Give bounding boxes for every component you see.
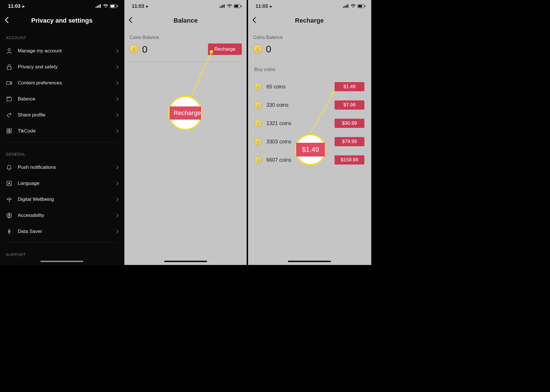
svg-rect-22	[224, 4, 225, 8]
svg-rect-14	[7, 131, 9, 133]
svg-rect-10	[7, 82, 10, 84]
wallet-icon	[6, 96, 13, 102]
svg-rect-25	[241, 5, 242, 7]
settings-item-manage-account[interactable]: Manage my account	[0, 43, 124, 59]
settings-item-label: Data Saver	[18, 229, 110, 234]
battery-icon	[110, 4, 118, 8]
price-button[interactable]: $159.99	[335, 155, 364, 165]
qrcode-icon	[6, 128, 13, 134]
coin-package[interactable]: 1321 coins $30.99	[247, 114, 371, 132]
svg-rect-9	[7, 67, 11, 70]
callout-label: Recharge	[170, 106, 201, 120]
chevron-right-icon	[115, 197, 119, 201]
svg-rect-16	[7, 181, 11, 186]
coin-package[interactable]: 65 coins $1.49	[247, 78, 371, 96]
location-icon: ➤	[22, 4, 25, 9]
svg-rect-29	[346, 5, 347, 8]
svg-rect-33	[365, 5, 366, 7]
coin-icon	[254, 120, 262, 127]
settings-item-content-prefs[interactable]: Content preferences	[0, 75, 124, 91]
coin-package[interactable]: 330 coins $7.99	[247, 96, 371, 114]
chevron-right-icon	[115, 81, 119, 85]
coin-icon	[253, 45, 262, 54]
back-button[interactable]	[5, 16, 9, 25]
language-icon	[6, 180, 13, 187]
price-button[interactable]: $1.49	[335, 82, 364, 91]
svg-rect-15	[10, 132, 11, 133]
svg-rect-34	[358, 5, 362, 7]
callout-label: $1.49	[296, 143, 325, 157]
home-indicator	[288, 261, 331, 262]
data-saver-icon	[6, 228, 13, 235]
back-button[interactable]	[252, 16, 256, 25]
settings-item-accessibility[interactable]: Accessibility	[0, 207, 124, 223]
chevron-right-icon	[115, 49, 119, 53]
settings-item-data-saver[interactable]: Data Saver	[0, 223, 124, 239]
screen-recharge: 11:03 ➤ Recharge Coins Balance 0 Buy coi…	[247, 0, 371, 265]
status-time: 11:03	[256, 3, 268, 9]
settings-item-label: Balance	[18, 96, 110, 102]
buy-coins-label: Buy coins	[247, 62, 371, 78]
status-icons	[343, 4, 366, 8]
callout-dot	[331, 92, 335, 95]
settings-item-label: Manage my account	[18, 48, 110, 54]
coins-balance-label: Coins Balance	[124, 29, 247, 42]
settings-item-language[interactable]: Language	[0, 175, 124, 191]
location-icon: ➤	[269, 4, 272, 9]
settings-item-label: Privacy and safety	[18, 64, 110, 70]
coin-icon	[129, 45, 139, 54]
chevron-right-icon	[115, 165, 119, 169]
chevron-right-icon	[115, 213, 119, 217]
package-label: 65 coins	[266, 84, 335, 90]
svg-rect-27	[343, 7, 344, 8]
settings-item-privacy[interactable]: Privacy and safety	[0, 59, 124, 75]
header: Privacy and settings	[0, 13, 124, 29]
chevron-right-icon	[115, 181, 119, 185]
settings-item-wellbeing[interactable]: Digital Wellbeing	[0, 191, 124, 207]
page-title: Recharge	[295, 17, 324, 24]
settings-item-balance[interactable]: Balance	[0, 91, 124, 107]
coin-icon	[254, 156, 262, 164]
chevron-right-icon	[115, 65, 119, 69]
price-button[interactable]: $79.99	[335, 137, 364, 146]
screen-settings: 11:03 ➤ Privacy and settings ACCOUNT Man…	[0, 0, 124, 265]
section-general-label: GENERAL	[0, 145, 124, 159]
coin-icon	[254, 101, 262, 109]
svg-rect-11	[7, 98, 11, 101]
settings-item-tikcode[interactable]: TikCode	[0, 123, 124, 139]
coins-balance-row: 0	[247, 42, 371, 62]
recharge-button[interactable]: Recharge	[208, 43, 242, 55]
price-button[interactable]: $30.99	[335, 119, 364, 128]
chevron-right-icon	[115, 97, 119, 101]
svg-rect-19	[219, 7, 220, 8]
package-label: 1321 coins	[266, 120, 335, 126]
svg-point-23	[229, 7, 230, 8]
section-separator	[6, 142, 118, 142]
settings-item-label: Digital Wellbeing	[18, 197, 110, 202]
status-bar: 11:03 ➤	[124, 0, 247, 13]
settings-item-share-profile[interactable]: Share profile	[0, 107, 124, 123]
screen-balance: 11:03 ➤ Balance Coins Balance 0 Recharge…	[124, 0, 247, 265]
home-indicator	[40, 261, 83, 262]
svg-rect-3	[100, 4, 101, 8]
screens-divider	[123, 0, 124, 265]
settings-item-label: Accessibility	[18, 213, 110, 218]
back-button[interactable]	[128, 16, 132, 25]
callout-circle: Recharge	[168, 96, 203, 130]
svg-point-18	[9, 214, 10, 215]
status-bar: 11:03 ➤	[247, 0, 371, 13]
svg-rect-26	[235, 5, 238, 7]
svg-rect-28	[345, 6, 345, 8]
coins-value: 0	[142, 44, 148, 55]
coin-icon	[254, 83, 262, 90]
package-label: 330 coins	[266, 102, 335, 108]
status-time: 11:03	[8, 3, 20, 9]
settings-item-push[interactable]: Push notifications	[0, 159, 124, 175]
svg-rect-0	[96, 7, 97, 8]
svg-point-4	[105, 7, 106, 8]
bell-icon	[6, 164, 13, 171]
location-icon: ➤	[146, 4, 149, 9]
chevron-right-icon	[115, 229, 119, 233]
price-button[interactable]: $7.99	[335, 100, 364, 110]
status-time: 11:03	[132, 3, 144, 9]
